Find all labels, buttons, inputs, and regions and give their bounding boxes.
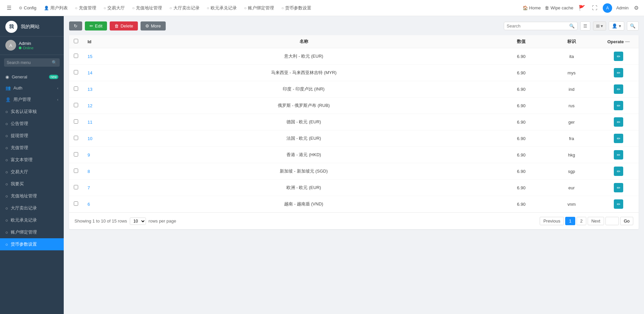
- row-checkbox[interactable]: [74, 185, 78, 189]
- row-checkbox[interactable]: [74, 119, 78, 124]
- edit-button[interactable]: ✏ ✏ Edit Edit: [85, 21, 107, 30]
- row-edit-button[interactable]: ✏: [614, 183, 623, 192]
- gear-more-icon: ⚙: [145, 23, 149, 28]
- nav-config[interactable]: ⚙ Config: [15, 4, 40, 12]
- row-checkbox[interactable]: [74, 54, 78, 58]
- home-link[interactable]: 🏠 Home: [523, 5, 541, 10]
- sidebar-item-auth[interactable]: 👥 Auth ‹: [0, 82, 64, 93]
- nav-trade[interactable]: ○ 交易大厅: [100, 4, 128, 12]
- row-value: 6.90: [498, 147, 545, 163]
- page-2-button[interactable]: 2: [577, 217, 586, 225]
- nav-currency-settings[interactable]: ○ 货币参数设置: [278, 4, 315, 12]
- nav-euro[interactable]: ○ 欧元承兑记录: [204, 4, 240, 12]
- row-edit-button[interactable]: ✏: [614, 117, 623, 127]
- row-id[interactable]: 6: [83, 196, 110, 212]
- row-checkbox-cell: [69, 196, 83, 212]
- sidebar-item-fuben[interactable]: ○ 富文本管理: [0, 154, 64, 166]
- sidebar-item-real-name[interactable]: ○ 实名认证审核: [0, 106, 64, 118]
- nav-hall-sell[interactable]: ○ 大厅卖出记录: [166, 4, 203, 12]
- page-1-button[interactable]: 1: [565, 217, 575, 225]
- more-button[interactable]: ⚙ 货币参数设置 More: [141, 21, 166, 30]
- row-id[interactable]: 12: [83, 98, 110, 114]
- settings-icon[interactable]: ⚙: [633, 3, 640, 12]
- row-id[interactable]: 7: [83, 180, 110, 196]
- page-jump-input[interactable]: [605, 217, 619, 225]
- columns-button[interactable]: 👤 ▾: [609, 21, 624, 30]
- search-input[interactable]: [7, 60, 50, 65]
- table-row: 15 意大利 - 欧元 (EUR) 6.90 ita ✏: [69, 48, 639, 65]
- row-operate: ✏: [598, 98, 639, 114]
- delete-button[interactable]: 🗑 Delete: [110, 21, 138, 30]
- row-id[interactable]: 10: [83, 130, 110, 147]
- nav-user-list[interactable]: 👤 用户列表: [41, 4, 71, 12]
- row-name: 越南 - 越南盾 (VND): [110, 196, 498, 212]
- sidebar-item-recharge-addr[interactable]: ○ 充值地址管理: [0, 190, 64, 202]
- sidebar-item-user-management[interactable]: 👤 用户管理 ‹: [0, 93, 64, 106]
- showing-text: Showing 1 to 10 of 15 rows: [74, 218, 127, 224]
- grid-view-button[interactable]: ⊞ ▾: [593, 21, 606, 30]
- row-edit-button[interactable]: ✏: [614, 101, 623, 110]
- nav-account-bind[interactable]: ○ 账户绑定管理: [241, 4, 277, 12]
- rows-per-page-select[interactable]: 10 25 50: [130, 217, 146, 225]
- sidebar-item-buy[interactable]: ○ 我要买: [0, 178, 64, 190]
- row-edit-button[interactable]: ✏: [614, 52, 623, 61]
- row-edit-button[interactable]: ✏: [614, 150, 623, 160]
- row-id[interactable]: 11: [83, 114, 110, 130]
- row-checkbox[interactable]: [74, 70, 78, 74]
- row-id[interactable]: 9: [83, 147, 110, 163]
- sidebar-item-general[interactable]: ◉ General new: [0, 71, 64, 82]
- nav-recharge[interactable]: ○ 充值管理: [72, 4, 100, 12]
- row-checkbox[interactable]: [74, 103, 78, 107]
- user-mgmt-icon: 👤: [5, 97, 11, 102]
- expand-icon[interactable]: ⛶: [591, 4, 599, 12]
- sidebar-item-hall-sell[interactable]: ○ 大厅卖出记录: [0, 202, 64, 214]
- sidebar-item-account-bind[interactable]: ○ 账户绑定管理: [0, 226, 64, 238]
- row-checkbox-cell: [69, 147, 83, 163]
- minus-icon[interactable]: —: [625, 39, 630, 44]
- admin-name[interactable]: Admin: [616, 5, 629, 10]
- sidebar-item-euro[interactable]: ○ 欧元承兑记录: [0, 214, 64, 226]
- row-value: 6.90: [498, 196, 545, 212]
- refresh-button[interactable]: ↻: [69, 21, 82, 30]
- go-button[interactable]: Go: [620, 217, 633, 225]
- next-button[interactable]: Next: [588, 217, 604, 225]
- data-table: Id 名称 数值 标识 Operate — 15 意大利 - 欧元 (EU: [69, 35, 639, 212]
- row-checkbox[interactable]: [74, 201, 78, 206]
- circle-icon3: ○: [132, 6, 135, 10]
- previous-button[interactable]: Previous: [540, 217, 564, 225]
- flag-icon[interactable]: 🚩: [577, 3, 587, 12]
- row-id[interactable]: 8: [83, 163, 110, 180]
- row-edit-button[interactable]: ✏: [614, 199, 623, 209]
- sidebar-item-withdraw[interactable]: ○ 提现管理: [0, 130, 64, 142]
- nav-recharge-addr[interactable]: ○ 充值地址管理: [129, 4, 165, 12]
- row-checkbox[interactable]: [74, 169, 78, 173]
- row-checkbox-cell: [69, 81, 83, 98]
- brand-logo: 我: [5, 21, 17, 33]
- sidebar-item-announcement[interactable]: ○ 公告管理: [0, 118, 64, 130]
- sidebar-item-trade[interactable]: ○ 交易大厅: [0, 166, 64, 178]
- row-edit-button[interactable]: ✏: [614, 134, 623, 143]
- row-id[interactable]: 13: [83, 81, 110, 98]
- row-name: 马来西亚 - 马来西亚林吉特 (MYR): [110, 65, 498, 81]
- circle-icon: ○: [75, 6, 77, 10]
- row-checkbox[interactable]: [74, 86, 78, 91]
- row-checkbox[interactable]: [74, 136, 78, 140]
- row-edit-button[interactable]: ✏: [614, 84, 623, 94]
- wipe-cache-link[interactable]: 🗑 Wipe cache: [545, 5, 573, 10]
- hamburger-icon[interactable]: ☰: [4, 3, 14, 12]
- row-edit-button[interactable]: ✏: [614, 68, 623, 77]
- row-id[interactable]: 14: [83, 65, 110, 81]
- row-edit-button[interactable]: ✏: [614, 167, 623, 176]
- row-value: 6.90: [498, 81, 545, 98]
- list-view-button[interactable]: ☰: [580, 21, 590, 30]
- row-flag: rus: [545, 98, 598, 114]
- sidebar-item-recharge[interactable]: ○ 充值管理: [0, 142, 64, 154]
- row-value: 6.90: [498, 48, 545, 65]
- fullscreen-button[interactable]: 🔍: [627, 21, 639, 30]
- table-search-input[interactable]: [507, 23, 567, 28]
- sidebar-item-currency[interactable]: ○ 货币参数设置: [0, 238, 64, 250]
- row-flag: ind: [545, 81, 598, 98]
- select-all-checkbox[interactable]: [74, 39, 78, 43]
- row-checkbox[interactable]: [74, 152, 78, 156]
- row-id[interactable]: 15: [83, 48, 110, 65]
